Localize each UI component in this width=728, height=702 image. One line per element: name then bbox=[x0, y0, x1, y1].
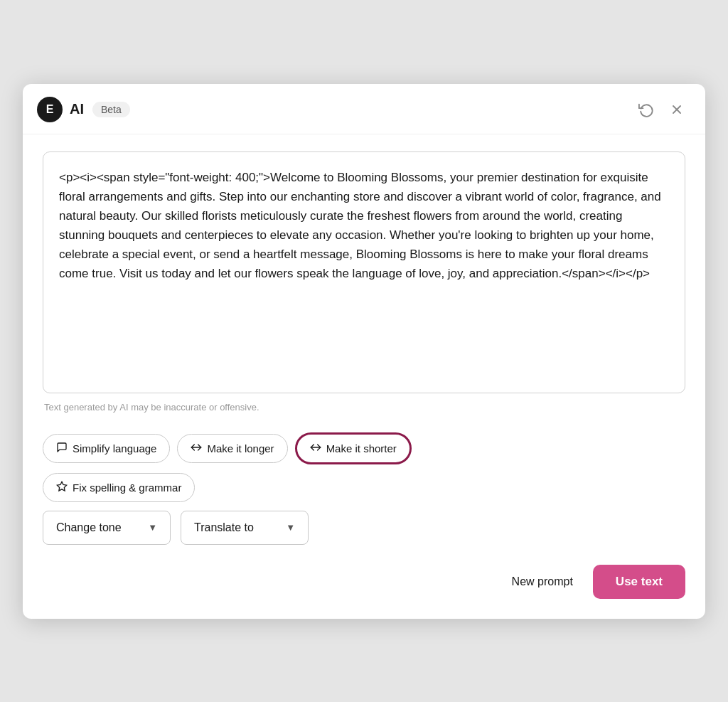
use-text-button[interactable]: Use text bbox=[593, 565, 685, 599]
ai-disclaimer: Text generated by AI may be inaccurate o… bbox=[43, 402, 685, 413]
beta-badge: Beta bbox=[92, 102, 130, 117]
spelling-icon bbox=[56, 481, 68, 494]
make-shorter-button[interactable]: Make it shorter bbox=[295, 432, 412, 464]
close-button[interactable] bbox=[665, 98, 688, 121]
dropdown-row: Change tone ▼ Translate to ▼ bbox=[43, 511, 685, 545]
simplify-language-label: Simplify language bbox=[73, 442, 156, 454]
make-shorter-label: Make it shorter bbox=[326, 442, 397, 454]
footer-row: New prompt Use text bbox=[43, 565, 685, 619]
make-longer-label: Make it longer bbox=[207, 442, 274, 454]
ai-panel: E AI Beta <p><i><span style bbox=[23, 84, 705, 619]
panel-wrapper: E AI Beta <p><i><span style bbox=[0, 0, 728, 702]
change-tone-arrow-icon: ▼ bbox=[148, 522, 157, 533]
new-prompt-button[interactable]: New prompt bbox=[505, 567, 580, 597]
ai-label: AI bbox=[70, 101, 84, 117]
translate-to-dropdown[interactable]: Translate to ▼ bbox=[181, 511, 309, 545]
fix-spelling-button[interactable]: Fix spelling & grammar bbox=[43, 473, 195, 502]
longer-icon bbox=[191, 442, 202, 455]
close-icon bbox=[670, 102, 684, 117]
translate-to-label: Translate to bbox=[194, 521, 254, 534]
logo-icon: E bbox=[37, 97, 63, 122]
panel-content: <p><i><span style="font-weight: 400;">We… bbox=[23, 134, 705, 619]
simplify-icon bbox=[56, 442, 68, 455]
make-longer-button[interactable]: Make it longer bbox=[177, 434, 287, 463]
simplify-language-button[interactable]: Simplify language bbox=[43, 434, 170, 463]
action-buttons-row1: Simplify language Make it longer Make it… bbox=[43, 432, 685, 464]
svg-marker-4 bbox=[57, 482, 66, 491]
use-text-label: Use text bbox=[616, 575, 663, 588]
translate-to-arrow-icon: ▼ bbox=[286, 522, 295, 533]
history-icon bbox=[638, 102, 654, 117]
panel-header: E AI Beta bbox=[23, 84, 705, 134]
action-buttons-row2: Fix spelling & grammar bbox=[43, 473, 685, 502]
change-tone-label: Change tone bbox=[56, 521, 122, 534]
history-button[interactable] bbox=[634, 97, 658, 122]
generated-text-box: <p><i><span style="font-weight: 400;">We… bbox=[43, 151, 685, 393]
new-prompt-label: New prompt bbox=[512, 575, 573, 587]
fix-spelling-label: Fix spelling & grammar bbox=[73, 482, 181, 494]
change-tone-dropdown[interactable]: Change tone ▼ bbox=[43, 511, 171, 545]
shorter-icon bbox=[310, 442, 321, 455]
